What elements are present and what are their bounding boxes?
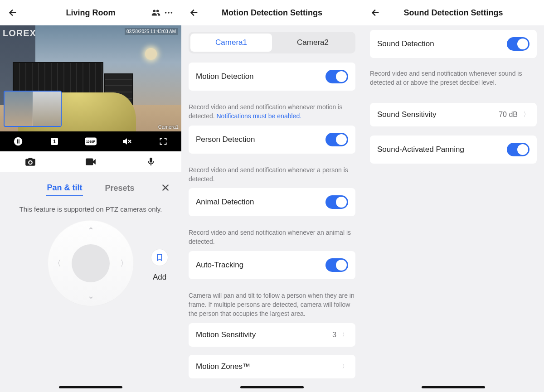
arrow-left-icon xyxy=(189,8,199,18)
ptz-tabs: Pan & tilt Presets xyxy=(0,180,181,196)
capture-controls-bar xyxy=(0,151,181,172)
home-indicator xyxy=(59,386,122,388)
animal-detection-card: Animal Detection xyxy=(189,188,355,216)
svg-point-10 xyxy=(29,161,31,164)
pane-live-view: Living Room LOREX 02/28/2025 11:43:03 AM… xyxy=(0,0,181,392)
segment-camera2[interactable]: Camera2 xyxy=(272,34,354,52)
home-indicator xyxy=(240,386,304,388)
resolution-1080p-icon: 1080P xyxy=(85,136,97,146)
person-detection-card: Person Detection xyxy=(189,126,355,154)
svg-rect-4 xyxy=(17,139,18,143)
motion-detection-label: Motion Detection xyxy=(196,72,254,81)
auto-tracking-toggle[interactable] xyxy=(325,258,348,272)
chevron-right-icon: 〉 xyxy=(342,363,348,371)
svg-rect-5 xyxy=(19,139,19,143)
sound-panning-label: Sound-Activated Panning xyxy=(377,145,464,154)
motion-detection-desc: Record video and send notification whene… xyxy=(189,102,355,121)
chevron-right-icon: 〉 xyxy=(523,111,529,119)
sound-panning-toggle[interactable] xyxy=(507,143,529,156)
svg-text:1080P: 1080P xyxy=(86,140,95,143)
dpad-up[interactable]: ⌃ xyxy=(87,226,94,236)
svg-point-0 xyxy=(165,12,167,14)
sound-topbar: Sound Detection Settings xyxy=(363,0,544,25)
camera-video-feed[interactable]: LOREX 02/28/2025 11:43:03 AM Camera1 xyxy=(0,25,181,131)
camera-segment-control: Camera1 Camera2 xyxy=(189,32,355,53)
brand-watermark: LOREX xyxy=(3,28,36,39)
sound-panning-card: Sound-Activated Panning xyxy=(370,136,537,164)
dpad-down[interactable]: ⌄ xyxy=(87,291,94,301)
snapshot-button[interactable] xyxy=(24,156,36,168)
page-title: Motion Detection Settings xyxy=(181,8,363,18)
more-button[interactable] xyxy=(162,6,175,19)
mute-button[interactable] xyxy=(121,136,133,147)
record-button[interactable] xyxy=(85,156,97,168)
person-detection-desc: Record video and send notification whene… xyxy=(189,165,355,184)
motion-zones-row[interactable]: Motion Zones™ 〉 xyxy=(189,355,355,378)
fullscreen-icon xyxy=(159,137,168,146)
tab-presets[interactable]: Presets xyxy=(104,181,135,196)
animal-detection-label: Animal Detection xyxy=(196,198,254,207)
pip-thumbnail[interactable] xyxy=(4,91,62,127)
sound-sensitivity-label: Sound Sensitivity xyxy=(377,110,436,119)
sound-sensitivity-value: 70 dB xyxy=(499,111,518,119)
live-topbar: Living Room xyxy=(0,0,181,25)
svg-point-2 xyxy=(171,12,173,14)
person-detection-label: Person Detection xyxy=(196,135,255,144)
notifications-link[interactable]: Notifications must be enabled. xyxy=(217,112,302,120)
mic-button[interactable] xyxy=(145,156,157,168)
back-button[interactable] xyxy=(6,6,19,19)
speaker-muted-icon xyxy=(121,136,132,147)
resolution-button[interactable]: 1080P xyxy=(85,136,97,147)
sound-detection-desc: Record video and send notification whene… xyxy=(370,69,537,87)
page-title: Sound Detection Settings xyxy=(363,8,544,18)
people-icon xyxy=(151,8,161,18)
add-preset-area: Add xyxy=(151,249,168,282)
dpad-left[interactable]: 〈 xyxy=(53,258,61,269)
chevron-right-icon: 〉 xyxy=(342,331,348,339)
sound-detection-label: Sound Detection xyxy=(377,39,434,48)
video-timestamp: 02/28/2025 11:43:03 AM xyxy=(125,28,178,35)
video-camera-icon xyxy=(85,155,97,168)
dpad-control[interactable]: ⌃ ⌄ 〈 〉 xyxy=(48,220,134,306)
dpad-area: ⌃ ⌄ 〈 〉 Add xyxy=(0,220,181,334)
dpad-right[interactable]: 〉 xyxy=(120,258,128,269)
arrow-left-icon xyxy=(370,8,380,18)
people-icon-button[interactable] xyxy=(150,6,162,19)
fullscreen-button[interactable] xyxy=(157,136,169,147)
tab-pan-tilt[interactable]: Pan & tilt xyxy=(46,180,83,196)
camera-icon xyxy=(24,156,36,168)
pane-sound-settings: Sound Detection Settings Sound Detection… xyxy=(363,0,544,392)
auto-tracking-desc: Camera will pan and tilt to follow a per… xyxy=(189,291,355,319)
motion-sensitivity-value: 3 xyxy=(332,331,336,339)
bookmark-icon xyxy=(155,253,164,261)
sound-detection-toggle[interactable] xyxy=(507,37,529,51)
auto-tracking-label: Auto-Tracking xyxy=(196,261,243,270)
sound-detection-card: Sound Detection xyxy=(370,30,537,58)
grid-button[interactable]: 1 xyxy=(49,136,60,147)
sound-sensitivity-row[interactable]: Sound Sensitivity 70 dB 〉 xyxy=(370,103,537,126)
svg-point-3 xyxy=(14,137,22,145)
svg-point-1 xyxy=(168,12,170,14)
back-button[interactable] xyxy=(188,6,200,19)
motion-detection-card: Motion Detection xyxy=(189,63,355,91)
motion-sensitivity-label: Motion Sensitivity xyxy=(196,330,256,339)
motion-sensitivity-row[interactable]: Motion Sensitivity 3 〉 xyxy=(189,323,355,347)
auto-tracking-card: Auto-Tracking xyxy=(189,251,355,279)
add-preset-button[interactable] xyxy=(151,249,168,266)
close-ptz-button[interactable] xyxy=(160,183,170,194)
more-horizontal-icon xyxy=(164,8,174,18)
animal-detection-desc: Record video and send notification whene… xyxy=(189,228,355,247)
ptz-note-text: This feature is supported on PTZ cameras… xyxy=(0,205,181,213)
segment-camera1[interactable]: Camera1 xyxy=(190,34,272,52)
pause-icon xyxy=(13,136,23,146)
dpad-center[interactable] xyxy=(72,244,110,282)
pause-button[interactable] xyxy=(12,136,24,147)
person-detection-toggle[interactable] xyxy=(325,133,348,146)
video-controls-bar: 1 1080P xyxy=(0,131,181,151)
close-icon xyxy=(160,183,170,193)
motion-detection-toggle[interactable] xyxy=(325,70,348,83)
arrow-left-icon xyxy=(8,8,18,18)
home-indicator xyxy=(422,386,485,388)
back-button[interactable] xyxy=(369,6,382,19)
animal-detection-toggle[interactable] xyxy=(325,195,348,209)
